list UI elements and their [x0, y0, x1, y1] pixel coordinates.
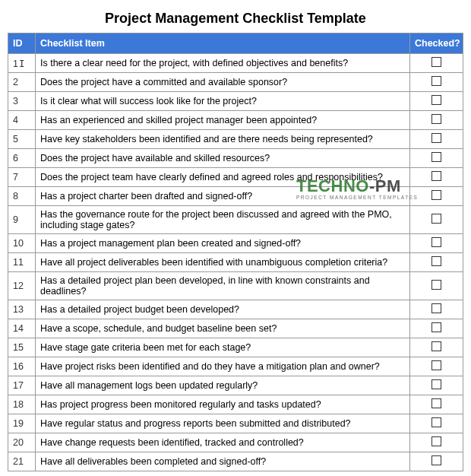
row-id: 3 — [8, 92, 36, 111]
row-checked-cell — [410, 73, 463, 92]
row-id: 19 — [8, 414, 36, 433]
checkbox[interactable] — [431, 237, 441, 247]
row-id: 16 — [8, 357, 36, 376]
checkbox[interactable] — [431, 436, 441, 446]
row-item: Has a project charter been drafted and s… — [36, 187, 410, 206]
table-row: 20Have change requests been identified, … — [8, 433, 463, 452]
checkbox[interactable] — [431, 398, 441, 408]
row-id: 6 — [8, 149, 36, 168]
checkbox[interactable] — [431, 171, 441, 181]
row-checked-cell — [410, 92, 463, 111]
checkbox[interactable] — [431, 114, 441, 124]
header-item: Checklist Item — [36, 33, 410, 54]
row-id: 1I — [8, 54, 36, 73]
row-checked-cell — [410, 319, 463, 338]
row-checked-cell — [410, 253, 463, 272]
header-checked: Checked? — [410, 33, 463, 54]
row-item: Has an experienced and skilled project m… — [36, 111, 410, 130]
row-item: Has project progress been monitored regu… — [36, 395, 410, 414]
row-id: 12 — [8, 272, 36, 300]
row-id: 7 — [8, 168, 36, 187]
row-checked-cell — [410, 414, 463, 433]
checkbox[interactable] — [431, 57, 441, 67]
table-body: 1IIs there a clear need for the project,… — [8, 54, 463, 471]
row-id: 2 — [8, 73, 36, 92]
table-row: 10Has a project management plan been cre… — [8, 234, 463, 253]
row-id: 4 — [8, 111, 36, 130]
checkbox[interactable] — [431, 256, 441, 266]
row-id: 5 — [8, 130, 36, 149]
row-item: Has a detailed project budget been devel… — [36, 300, 410, 319]
row-checked-cell — [410, 54, 463, 73]
checkbox[interactable] — [431, 133, 441, 143]
row-item: Does the project team have clearly defin… — [36, 168, 410, 187]
checkbox[interactable] — [431, 341, 441, 351]
row-id: 11 — [8, 253, 36, 272]
table-header-row: ID Checklist Item Checked? — [8, 33, 463, 54]
row-id: 17 — [8, 376, 36, 395]
checkbox[interactable] — [431, 417, 441, 427]
row-checked-cell — [410, 206, 463, 234]
row-item: Have all management logs been updated re… — [36, 376, 410, 395]
row-checked-cell — [410, 338, 463, 357]
checkbox[interactable] — [431, 190, 441, 200]
row-id: 15 — [8, 338, 36, 357]
table-row: 6Does the project have available and ski… — [8, 149, 463, 168]
table-row: 17Have all management logs been updated … — [8, 376, 463, 395]
table-row: 14Have a scope, schedule, and budget bas… — [8, 319, 463, 338]
table-row: 2Does the project have a committed and a… — [8, 73, 463, 92]
checkbox[interactable] — [431, 322, 441, 332]
row-checked-cell — [410, 357, 463, 376]
table-row: 12Has a detailed project plan been devel… — [8, 272, 463, 300]
table-row: 16Have project risks been identified and… — [8, 357, 463, 376]
checkbox[interactable] — [431, 455, 441, 465]
row-checked-cell — [410, 433, 463, 452]
row-item: Have all deliverables been completed and… — [36, 452, 410, 471]
row-item: Has the governance route for the project… — [36, 206, 410, 234]
document-container: Project Management Checklist Template TE… — [8, 11, 463, 471]
header-id: ID — [8, 33, 36, 54]
table-row: 5Have key stakeholders been identified a… — [8, 130, 463, 149]
table-row: 1IIs there a clear need for the project,… — [8, 54, 463, 73]
checkbox[interactable] — [431, 214, 441, 224]
row-item: Have key stakeholders been identified an… — [36, 130, 410, 149]
row-item: Does the project have available and skil… — [36, 149, 410, 168]
row-item: Does the project have a committed and av… — [36, 73, 410, 92]
table-row: 13Has a detailed project budget been dev… — [8, 300, 463, 319]
checkbox[interactable] — [431, 76, 441, 86]
checkbox[interactable] — [431, 360, 441, 370]
row-checked-cell — [410, 149, 463, 168]
row-id: 13 — [8, 300, 36, 319]
row-id: 18 — [8, 395, 36, 414]
row-item: Have all project deliverables been ident… — [36, 253, 410, 272]
table-row: 7Does the project team have clearly defi… — [8, 168, 463, 187]
row-id: 20 — [8, 433, 36, 452]
row-item: Have regular status and progress reports… — [36, 414, 410, 433]
row-checked-cell — [410, 111, 463, 130]
row-item: Have a scope, schedule, and budget basel… — [36, 319, 410, 338]
checkbox[interactable] — [431, 95, 441, 105]
row-checked-cell — [410, 376, 463, 395]
table-row: 19Have regular status and progress repor… — [8, 414, 463, 433]
table-row: 15Have stage gate criteria been met for … — [8, 338, 463, 357]
checkbox[interactable] — [431, 303, 441, 313]
row-item: Have project risks been identified and d… — [36, 357, 410, 376]
row-checked-cell — [410, 272, 463, 300]
row-id: 8 — [8, 187, 36, 206]
row-checked-cell — [410, 395, 463, 414]
table-row: 8Has a project charter been drafted and … — [8, 187, 463, 206]
row-checked-cell — [410, 130, 463, 149]
row-checked-cell — [410, 234, 463, 253]
table-row: 4Has an experienced and skilled project … — [8, 111, 463, 130]
row-item: Have stage gate criteria been met for ea… — [36, 338, 410, 357]
row-id: 21 — [8, 452, 36, 471]
checklist-table: ID Checklist Item Checked? 1IIs there a … — [8, 33, 463, 471]
checkbox[interactable] — [431, 379, 441, 389]
row-checked-cell — [410, 168, 463, 187]
table-row: 18Has project progress been monitored re… — [8, 395, 463, 414]
checkbox[interactable] — [431, 280, 441, 290]
table-row: 11Have all project deliverables been ide… — [8, 253, 463, 272]
row-checked-cell — [410, 300, 463, 319]
checkbox[interactable] — [431, 152, 441, 162]
row-item: Has a project management plan been creat… — [36, 234, 410, 253]
